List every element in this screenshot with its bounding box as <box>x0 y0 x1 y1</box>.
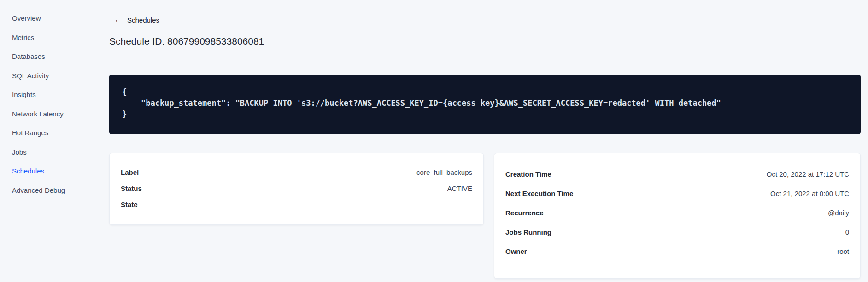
detail-row-recurrence: Recurrence @daily <box>505 203 849 222</box>
detail-row-next-execution-time: Next Execution Time Oct 21, 2022 at 0:00… <box>505 184 849 203</box>
detail-row-status: Status ACTIVE <box>121 180 472 196</box>
row-value: Oct 20, 2022 at 17:12 UTC <box>767 170 849 178</box>
sidebar-item-hot-ranges[interactable]: Hot Ranges <box>0 123 109 143</box>
sidebar-item-advanced-debug[interactable]: Advanced Debug <box>0 181 109 200</box>
code-line: "backup_statement": "BACKUP INTO 's3://b… <box>122 98 848 109</box>
sidebar-item-schedules[interactable]: Schedules <box>0 161 109 181</box>
sidebar-item-insights[interactable]: Insights <box>0 85 109 104</box>
page-title: Schedule ID: 806799098533806081 <box>109 35 861 48</box>
main-content: ← Schedules Schedule ID: 806799098533806… <box>109 0 861 282</box>
row-value: Oct 21, 2022 at 0:00 UTC <box>770 190 849 197</box>
detail-cards: Label core_full_backups Status ACTIVE St… <box>109 153 861 279</box>
row-value: 0 <box>845 228 849 236</box>
row-value: @daily <box>828 209 849 217</box>
row-label: Label <box>121 168 139 176</box>
detail-row-owner: Owner root <box>505 242 849 261</box>
code-line: { <box>122 86 848 98</box>
schedule-info-card: Label core_full_backups Status ACTIVE St… <box>109 153 484 225</box>
sidebar-item-databases[interactable]: Databases <box>0 47 109 66</box>
detail-row-creation-time: Creation Time Oct 20, 2022 at 17:12 UTC <box>505 164 849 184</box>
row-label: Owner <box>505 247 527 255</box>
row-label: Recurrence <box>505 209 544 217</box>
detail-row-label: Label core_full_backups <box>121 164 472 180</box>
code-line: } <box>122 109 848 120</box>
row-value: core_full_backups <box>416 168 472 176</box>
row-label: Jobs Running <box>505 228 551 236</box>
row-label: Creation Time <box>505 170 551 178</box>
row-label: State <box>121 201 138 208</box>
back-arrow-icon: ← <box>114 16 122 23</box>
sidebar-item-sql-activity[interactable]: SQL Activity <box>0 66 109 86</box>
sidebar-item-overview[interactable]: Overview <box>0 9 109 28</box>
sidebar-item-metrics[interactable]: Metrics <box>0 28 109 47</box>
sidebar: Overview Metrics Databases SQL Activity … <box>0 0 109 282</box>
row-value: root <box>837 247 849 255</box>
schedule-definition-code-block: { "backup_statement": "BACKUP INTO 's3:/… <box>109 75 861 134</box>
sidebar-item-network-latency[interactable]: Network Latency <box>0 104 109 124</box>
schedule-timing-card: Creation Time Oct 20, 2022 at 17:12 UTC … <box>494 153 861 279</box>
row-label: Status <box>121 184 142 192</box>
detail-row-jobs-running: Jobs Running 0 <box>505 222 849 242</box>
detail-row-state: State <box>121 196 472 213</box>
sidebar-item-jobs[interactable]: Jobs <box>0 143 109 162</box>
back-link[interactable]: ← Schedules <box>114 16 861 24</box>
row-label: Next Execution Time <box>505 190 573 197</box>
back-link-label: Schedules <box>127 16 159 24</box>
row-value: ACTIVE <box>447 184 472 192</box>
